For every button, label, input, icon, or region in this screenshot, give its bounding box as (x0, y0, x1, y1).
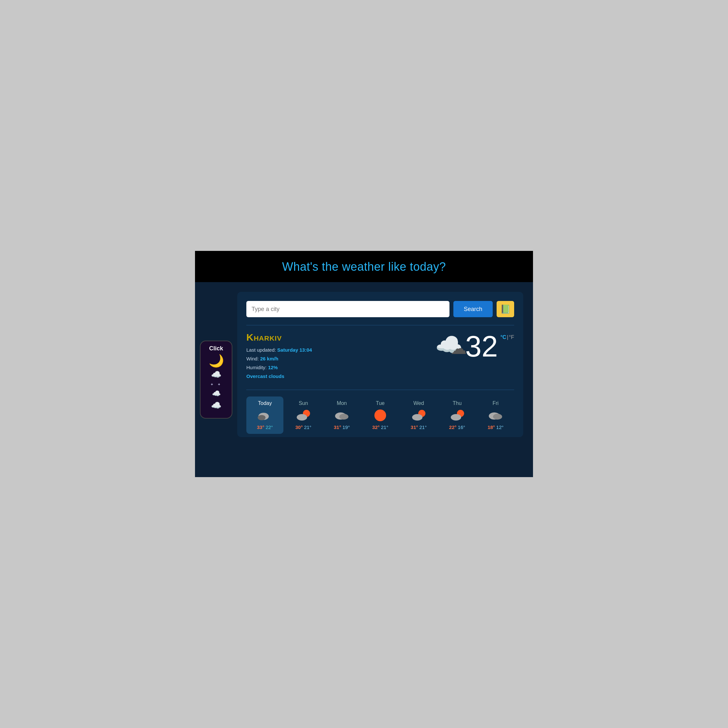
unit-separator: | (507, 335, 508, 340)
map-button[interactable]: 📗 (497, 301, 514, 317)
forecast-day-tue[interactable]: Tue 32° 21° (362, 396, 399, 434)
forecast-row: Today 33° 22° Sun 30° 21° Mon 31° 19° Tu… (246, 396, 514, 437)
day-label: Today (258, 401, 272, 406)
cloud-deco-1: ☁️ (211, 370, 221, 379)
forecast-day-fri[interactable]: Fri 18° 12° (477, 396, 514, 434)
forecast-icon (296, 408, 310, 422)
temp-display: ☁️ ☁ 32 °C | °F (435, 332, 514, 361)
last-updated-value: Saturday 13:04 (277, 347, 312, 353)
divider-1 (246, 325, 514, 325)
app-title: What's the weather like today? (195, 260, 533, 274)
svg-point-6 (375, 410, 386, 421)
forecast-day-wed[interactable]: Wed 31° 21° (400, 396, 437, 434)
forecast-icon (488, 408, 503, 422)
forecast-temps: 31° 19° (334, 424, 350, 430)
temp-high: 32° (372, 424, 379, 430)
svg-point-1 (258, 415, 266, 420)
celsius-button[interactable]: °C (500, 335, 506, 340)
weather-info: Kharkiv Last updated: Saturday 13:04 Win… (246, 332, 514, 387)
divider-2 (246, 390, 514, 390)
dark-cloud-icon: ☁ (450, 339, 467, 358)
stars-deco: ✦ ✦ (210, 382, 222, 387)
app-body: Click 🌙 ☁️ ✦ ✦ ☁️ ☁️ Search 📗 (195, 282, 533, 477)
svg-point-5 (339, 414, 349, 419)
temp-low: 19° (343, 424, 350, 430)
main-content: Search 📗 Kharkiv Last updated: Saturday … (237, 292, 523, 467)
forecast-icon (373, 408, 387, 422)
temp-right: 32 (465, 332, 498, 361)
search-button[interactable]: Search (453, 301, 493, 317)
forecast-temps: 22° 16° (449, 424, 465, 430)
day-label: Mon (337, 401, 347, 406)
svg-point-12 (493, 414, 502, 419)
temp-low: 21° (304, 424, 311, 430)
day-label: Wed (413, 401, 424, 406)
forecast-day-thu[interactable]: Thu 22° 16° (439, 396, 476, 434)
forecast-temps: 33° 22° (257, 424, 273, 430)
forecast-temps: 31° 21° (411, 424, 427, 430)
cloud-deco-2: ☁️ (212, 389, 221, 398)
forecast-icon (258, 408, 272, 422)
temp-high: 33° (257, 424, 264, 430)
forecast-temps: 32° 21° (372, 424, 388, 430)
day-label: Sun (299, 401, 308, 406)
forecast-temps: 30° 21° (295, 424, 311, 430)
wind-label: Wind: (246, 356, 259, 361)
main-weather-icon: ☁️ ☁ (435, 332, 463, 358)
temp-high: 22° (449, 424, 457, 430)
forecast-day-today[interactable]: Today 33° 22° (246, 396, 283, 434)
moon-icon: 🌙 (209, 355, 224, 367)
temp-low: 12° (496, 424, 504, 430)
forecast-icon (334, 408, 350, 422)
search-row: Search 📗 (246, 301, 514, 317)
humidity-value: 12% (268, 365, 278, 370)
temperature-value: 32 (465, 332, 498, 361)
click-panel[interactable]: Click 🌙 ☁️ ✦ ✦ ☁️ ☁️ (200, 341, 232, 419)
humidity-info: Humidity: 12% (246, 363, 312, 372)
temp-high: 30° (295, 424, 303, 430)
temp-low: 21° (381, 424, 388, 430)
wind-value: 26 km/h (260, 356, 278, 361)
app-container: What's the weather like today? Click 🌙 ☁… (195, 251, 533, 477)
day-label: Tue (376, 401, 384, 406)
city-search-input[interactable] (246, 301, 450, 317)
temp-low: 16° (458, 424, 465, 430)
day-label: Fri (493, 401, 499, 406)
sidebar: Click 🌙 ☁️ ✦ ✦ ☁️ ☁️ (195, 292, 237, 467)
unit-toggle: °C | °F (500, 335, 514, 340)
temp-high: 31° (334, 424, 341, 430)
click-label: Click (209, 345, 223, 352)
temp-high: 18° (488, 424, 495, 430)
day-label: Thu (453, 401, 462, 406)
svg-point-3 (297, 414, 307, 421)
temp-high: 31° (411, 424, 418, 430)
cloud-deco-3: ☁️ (211, 401, 221, 410)
temp-low: 22° (266, 424, 273, 430)
forecast-temps: 18° 12° (488, 424, 503, 430)
forecast-icon (450, 408, 465, 422)
condition: Overcast clouds (246, 372, 312, 381)
last-updated-label: Last updated: (246, 347, 276, 353)
svg-point-10 (451, 414, 461, 421)
app-header: What's the weather like today? (195, 251, 533, 282)
weather-left: Kharkiv Last updated: Saturday 13:04 Win… (246, 332, 312, 381)
forecast-day-mon[interactable]: Mon 31° 19° (323, 396, 361, 434)
forecast-icon (411, 408, 426, 422)
wind-info: Wind: 26 km/h (246, 354, 312, 363)
meta-info: Last updated: Saturday 13:04 Wind: 26 km… (246, 346, 312, 381)
last-updated: Last updated: Saturday 13:04 (246, 346, 312, 354)
city-name: Kharkiv (246, 332, 312, 343)
svg-point-8 (412, 414, 422, 421)
temp-low: 21° (419, 424, 427, 430)
humidity-label: Humidity: (246, 365, 267, 370)
forecast-day-sun[interactable]: Sun 30° 21° (285, 396, 322, 434)
fahrenheit-button[interactable]: °F (509, 335, 514, 340)
search-card: Search 📗 Kharkiv Last updated: Saturday … (237, 292, 523, 437)
map-icon: 📗 (500, 304, 511, 314)
